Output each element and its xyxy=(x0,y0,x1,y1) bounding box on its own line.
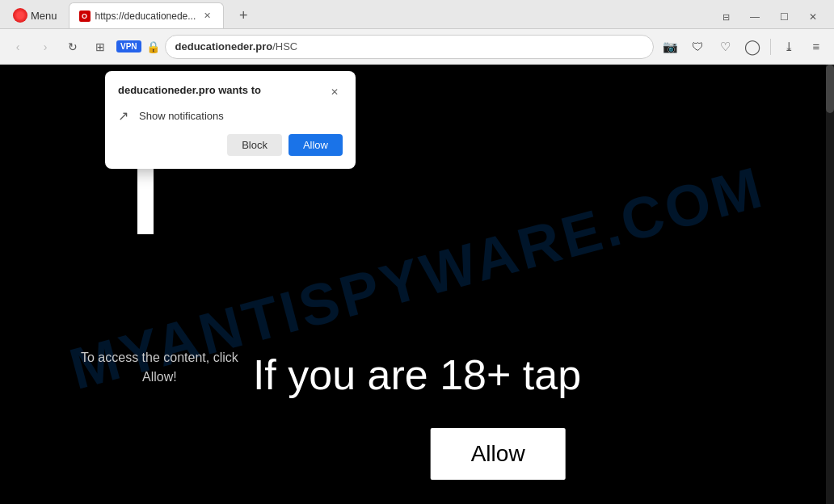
popup-buttons: Block Allow xyxy=(118,134,343,156)
menu-label: Menu xyxy=(31,10,57,22)
tab-favicon-icon: O xyxy=(79,10,91,22)
new-tab-button[interactable]: + xyxy=(232,4,255,27)
page-subtitle-container: To access the content, click Allow! xyxy=(81,348,238,387)
close-button[interactable]: ✕ xyxy=(802,6,824,28)
tab-bar: Menu O https://deducationede... ✕ + ⊟ — … xyxy=(0,0,834,29)
block-button[interactable]: Block xyxy=(227,134,282,156)
popup-header: deducationeder.pro wants to ✕ xyxy=(118,84,343,100)
lock-icon: 🔒 xyxy=(146,40,160,53)
page-subtitle-line1: To access the content, click xyxy=(81,348,238,368)
page-subtitle-line2: Allow! xyxy=(81,368,238,387)
tab-title: https://deducationede... xyxy=(95,10,196,22)
minimize-button[interactable]: — xyxy=(743,6,766,28)
heart-icon[interactable]: ♡ xyxy=(714,36,736,58)
vpn-badge[interactable]: VPN xyxy=(116,40,141,52)
maximize-button[interactable]: ☐ xyxy=(773,6,795,28)
address-bar-right-icons: 📷 🛡 ♡ ◯ ⤓ ≡ xyxy=(659,36,828,58)
browser-frame: Menu O https://deducationede... ✕ + ⊟ — … xyxy=(0,0,834,504)
page-main-title: If you are 18+ tap xyxy=(253,351,581,399)
download-icon[interactable]: ⤓ xyxy=(777,36,800,58)
scrollbar-thumb[interactable] xyxy=(826,65,834,113)
url-path: /HSC xyxy=(272,40,297,52)
back-button[interactable]: ‹ xyxy=(6,36,29,58)
opera-logo-icon xyxy=(13,8,27,23)
camera-icon[interactable]: 📷 xyxy=(659,36,681,58)
tab-favicon-text: O xyxy=(82,12,87,20)
webpage-content: MYANTISPYWARE.COM To access the content,… xyxy=(0,65,834,504)
popup-notification-icon: ↗ xyxy=(118,108,133,123)
tab-bar-left: Menu O https://deducationede... ✕ + xyxy=(6,2,255,28)
active-tab[interactable]: O https://deducationede... ✕ xyxy=(69,2,225,28)
popup-title: deducationeder.pro wants to xyxy=(118,84,261,96)
page-main-text-container: If you are 18+ tap xyxy=(253,351,581,399)
url-domain: deducationeder.pro xyxy=(175,40,273,52)
shield-icon[interactable]: 🛡 xyxy=(686,36,709,58)
tab-close-button[interactable]: ✕ xyxy=(200,10,213,23)
grid-button[interactable]: ⊞ xyxy=(89,36,112,58)
popup-notification-row: ↗ Show notifications xyxy=(118,108,343,123)
forward-button[interactable]: › xyxy=(34,36,57,58)
addr-divider xyxy=(770,39,771,55)
address-bar: ‹ › ↻ ⊞ VPN 🔒 deducationeder.pro/HSC 📷 🛡… xyxy=(0,29,834,65)
page-allow-button[interactable]: Allow xyxy=(431,428,566,480)
hamburger-menu-icon[interactable]: ≡ xyxy=(805,36,828,58)
popup-notification-text: Show notifications xyxy=(139,110,224,122)
allow-button[interactable]: Allow xyxy=(289,134,343,156)
url-bar[interactable]: deducationeder.pro/HSC xyxy=(165,35,654,59)
tab-bar-right: ⊟ — ☐ ✕ xyxy=(718,6,828,28)
scrollbar[interactable] xyxy=(826,65,834,504)
popup-close-button[interactable]: ✕ xyxy=(326,84,343,100)
notification-popup: deducationeder.pro wants to ✕ ↗ Show not… xyxy=(105,71,356,169)
opera-menu-button[interactable]: Menu xyxy=(6,2,64,28)
reload-button[interactable]: ↻ xyxy=(61,36,84,58)
profile-icon[interactable]: ◯ xyxy=(741,36,764,58)
pip-icon[interactable]: ⊟ xyxy=(718,11,734,23)
